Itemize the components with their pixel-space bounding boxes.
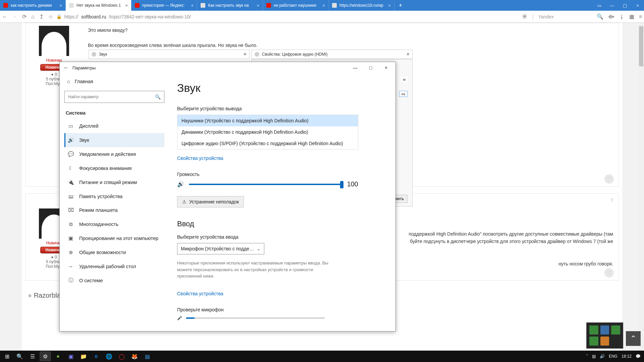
menu-icon[interactable]: ≡: [639, 14, 642, 20]
taskbar-app[interactable]: ◯: [116, 351, 127, 361]
task-view-button[interactable]: ☰: [27, 351, 38, 361]
bookmark-icon[interactable]: ☆: [48, 13, 53, 20]
forward-icon[interactable]: →: [12, 14, 17, 20]
sidebar-item-3[interactable]: ☾Фокусировка внимания: [64, 161, 164, 175]
scrollbar[interactable]: [638, 23, 644, 351]
tab-1[interactable]: Нет звука на Windows 1×: [66, 0, 131, 11]
sidebar-item-6[interactable]: ⌧Режим планшета: [64, 203, 164, 217]
qr-icon[interactable]: ▦: [629, 13, 634, 20]
output-option[interactable]: Цифровое аудио (S/PDIF) (Устройство с по…: [177, 138, 358, 149]
tab-favicon: [332, 3, 337, 8]
nav-label: Дисплей: [79, 123, 99, 129]
input-device-select[interactable]: Микрофон (Устройство с подде… ⌄: [177, 243, 264, 254]
tab-label: не работают наушники: [274, 3, 316, 8]
reload-icon[interactable]: ⟳: [22, 13, 26, 20]
properties-dialog-title: Свойства: Цифровое аудио (HDMI) ×: [252, 50, 413, 59]
search-icon[interactable]: 🔍: [597, 13, 603, 20]
output-option[interactable]: Динамики (Устройство с поддержкой High D…: [177, 126, 358, 138]
panel-icon[interactable]: ▭: [593, 0, 606, 11]
close-icon[interactable]: ×: [379, 65, 393, 70]
taskbar-app[interactable]: ●: [52, 351, 64, 361]
sound-dialog-title: Звук ×: [89, 50, 250, 59]
close-icon[interactable]: ×: [631, 0, 644, 11]
start-button[interactable]: ⊞: [1, 351, 13, 361]
close-icon[interactable]: ×: [257, 3, 259, 8]
maximize-icon[interactable]: ▢: [619, 0, 631, 11]
home-icon[interactable]: ⌂: [31, 14, 35, 20]
translate-icon[interactable]: ⟴: [608, 13, 614, 20]
notifications-icon[interactable]: 💬: [636, 354, 641, 359]
taskbar-app[interactable]: 🌐: [103, 351, 115, 361]
taskbar-app[interactable]: ▣: [65, 351, 76, 361]
minimize-icon[interactable]: —: [606, 0, 619, 11]
new-tab-button[interactable]: +: [394, 0, 407, 11]
settings-search-input[interactable]: Найти параметр 🔍: [64, 91, 164, 103]
like-button[interactable]: ♡: [604, 268, 614, 278]
volume-icon[interactable]: 🔊: [600, 354, 605, 359]
close-icon[interactable]: ×: [125, 3, 128, 8]
sidebar-item-2[interactable]: 💬Уведомления и действия: [64, 147, 164, 161]
device-properties-link[interactable]: Свойства устройства: [177, 291, 223, 296]
close-icon[interactable]: ×: [322, 3, 325, 8]
sidebar-item-11[interactable]: ⓘО системе: [64, 273, 164, 288]
tray-popup[interactable]: [586, 322, 623, 349]
maximize-icon[interactable]: □: [363, 65, 378, 70]
send-icon[interactable]: ↥: [39, 13, 44, 20]
output-option[interactable]: Наушники (Устройство с поддержкой High D…: [177, 115, 358, 126]
tray-chevron-icon[interactable]: ˄: [586, 354, 588, 359]
sidebar-item-0[interactable]: ▭Дисплей: [64, 119, 164, 133]
taskbar-app[interactable]: 📁: [78, 351, 89, 361]
volume-slider[interactable]: [189, 184, 342, 185]
close-icon[interactable]: ×: [59, 3, 62, 8]
sidebar-item-7[interactable]: ⧉Многозадачность: [64, 217, 164, 231]
troubleshoot-button[interactable]: ⚠ Устранение неполадок: [177, 196, 244, 207]
clock[interactable]: 18:12: [622, 354, 632, 359]
close-icon[interactable]: ×: [191, 3, 194, 8]
browser-tabstrip: как настроить динами× Нет звука на Windo…: [0, 0, 644, 11]
minimize-icon[interactable]: —: [348, 65, 363, 70]
sidebar-item-8[interactable]: ▣Проецирование на этот компьютер: [64, 231, 164, 245]
settings-sidebar: ⌂ Главная Найти параметр 🔍 Система ▭Дисп…: [60, 73, 167, 331]
back-icon[interactable]: ←: [62, 65, 70, 71]
scroll-to-top-button[interactable]: ⌃: [626, 331, 641, 346]
taskbar-app[interactable]: ▤: [142, 351, 153, 361]
sidebar-item-home[interactable]: ⌂ Главная: [64, 77, 164, 88]
tab-3[interactable]: Как настроить звук на×: [197, 0, 263, 11]
taskbar-app[interactable]: 🦊: [129, 351, 140, 361]
nav-icon: ⓘ: [68, 277, 74, 284]
home-icon: ⌂: [67, 79, 70, 84]
download-icon[interactable]: ⭳: [619, 14, 625, 20]
nav-icon: ☾: [68, 165, 74, 171]
sidebar-item-1[interactable]: 🔊Звук: [64, 133, 164, 147]
close-icon[interactable]: ×: [388, 3, 391, 8]
tab-favicon: [135, 3, 140, 8]
like-button[interactable]: ♡: [604, 174, 614, 184]
sidebar-item-9[interactable]: ⊗Общие возможности: [64, 245, 164, 259]
output-device-list[interactable]: Наушники (Устройство с поддержкой High D…: [177, 115, 358, 149]
taskbar-app[interactable]: e: [91, 351, 102, 361]
tab-4[interactable]: не работают наушники×: [263, 0, 329, 11]
tab-0[interactable]: как настроить динами×: [0, 0, 66, 11]
taskbar-app[interactable]: ⚙: [40, 351, 51, 361]
tab-favicon: [69, 3, 74, 8]
post-text: Это имели ввиду?: [88, 26, 613, 34]
url-field[interactable]: 🔒 https://softboard.ru/topic/73842-нет-з…: [56, 14, 519, 19]
device-properties-link[interactable]: Свойства устройства: [177, 156, 223, 161]
taskbar: ⊞ 🔍 ☰ ⚙ ● ▣ 📁 e 🌐 ◯ 🦊 ▤ ˄ ▤ 🔊 ENG 18:12 …: [0, 351, 644, 362]
tab-label: преистория — Яндекс:: [142, 3, 185, 8]
tab-2[interactable]: преистория — Яндекс:×: [131, 0, 197, 11]
network-icon[interactable]: ▤: [592, 354, 596, 359]
sidebar-item-5[interactable]: 🖴Память устройства: [64, 189, 164, 203]
close-icon[interactable]: ×: [407, 51, 410, 57]
shield-icon[interactable]: ⛨: [522, 14, 528, 20]
nav-label: Уведомления и действия: [79, 152, 136, 157]
share-icon[interactable]: ⇪: [610, 196, 614, 204]
close-icon[interactable]: ×: [244, 51, 247, 57]
language-indicator[interactable]: ENG: [609, 354, 618, 359]
search-engine-field[interactable]: Yandex: [538, 14, 592, 19]
sidebar-item-10[interactable]: ↔Удаленный рабочий стол: [64, 259, 164, 273]
tab-5[interactable]: https://windows10i.ru/wp×: [329, 0, 394, 11]
search-button[interactable]: 🔍: [14, 351, 25, 361]
sidebar-item-4[interactable]: 🔌Питание и спящий режим: [64, 175, 164, 189]
back-icon[interactable]: ←: [2, 14, 7, 20]
